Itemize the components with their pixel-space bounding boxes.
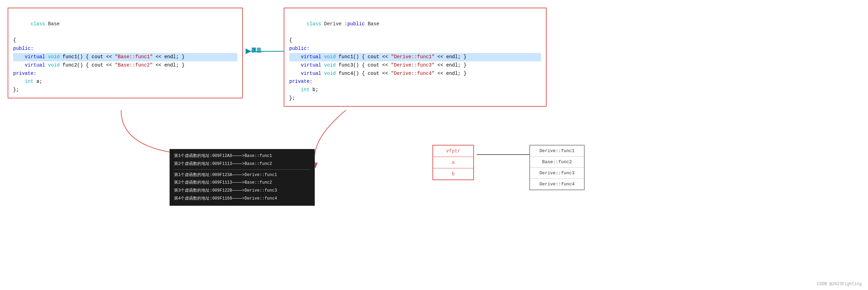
vtable-a-cell: a [433, 157, 473, 168]
memory-s2-line1: 第1个虚函数的地址:009F123A————>Derive::func1 [174, 171, 310, 179]
base-brace-close: }; [13, 86, 237, 94]
vtable-entry-3: Derive::func3 [530, 168, 584, 179]
vtable-b-cell: b [433, 168, 473, 179]
base-func2-line: virtual void func2() { cout << "Base::fu… [13, 61, 237, 70]
memory-s2-line3: 第3个虚函数的地址:009F122B————>Derive::func3 [174, 187, 310, 195]
vtable-left-column: vfptr a b [432, 145, 474, 180]
memory-box: 第1个虚函数的地址:009F12A8————>Base::func1 第2个虚函… [170, 149, 315, 206]
main-container: class Base { public: virtual void func1(… [0, 0, 868, 290]
memory-s1-line2: 第2个虚函数的地址:009F1113————>Base::func2 [174, 160, 310, 168]
vtable-right-column: Derive::func1 Base::func2 Derive::func3 … [529, 145, 585, 190]
derive-class-box: class Derive :public Base { public: virt… [284, 8, 547, 107]
derive-func3-line: virtual void func3() { cout << "Derive::… [289, 61, 541, 70]
base-int-a-line: int a; [13, 78, 237, 86]
derive-func1-line: virtual void func1() { cout << "Derive::… [289, 53, 541, 61]
memory-section1: 第1个虚函数的地址:009F12A8————>Base::func1 第2个虚函… [174, 152, 310, 170]
derive-brace-close: }; [289, 94, 541, 103]
derive-public-label: public: [289, 45, 541, 53]
base-title-line: class Base [13, 12, 237, 36]
derive-brace-open: { [289, 36, 541, 45]
base-class-box: class Base { public: virtual void func1(… [8, 8, 243, 98]
memory-s2-line4: 第4个虚函数的地址:009F1168————>Derive::func4 [174, 195, 310, 203]
derive-func4-line: virtual void func4() { cout << "Derive::… [289, 70, 541, 78]
base-brace-open: { [13, 36, 237, 45]
derive-title-line: class Derive :public Base [289, 12, 541, 36]
override-label: 覆盖 [251, 47, 262, 54]
vtable-entry-1: Derive::func1 [530, 146, 584, 157]
base-public-label: public: [13, 45, 237, 53]
vtable-entry-4: Derive::func4 [530, 179, 584, 190]
base-private-label: private: [13, 70, 237, 78]
memory-s2-line2: 第2个虚函数的地址:009F1113————>Base::func2 [174, 179, 310, 187]
watermark: CSDN @2023Fighting [817, 282, 862, 287]
derive-private-label: private: [289, 78, 541, 86]
derive-int-b-line: int b; [289, 86, 541, 94]
vtable-vfptr-cell: vfptr [433, 146, 473, 157]
vtable-entry-2: Base::func2 [530, 157, 584, 168]
memory-section2: 第1个虚函数的地址:009F123A————>Derive::func1 第2个… [174, 171, 310, 203]
memory-s1-line1: 第1个虚函数的地址:009F12A8————>Base::func1 [174, 152, 310, 160]
base-func1-line: virtual void func1() { cout << "Base::fu… [13, 53, 237, 61]
